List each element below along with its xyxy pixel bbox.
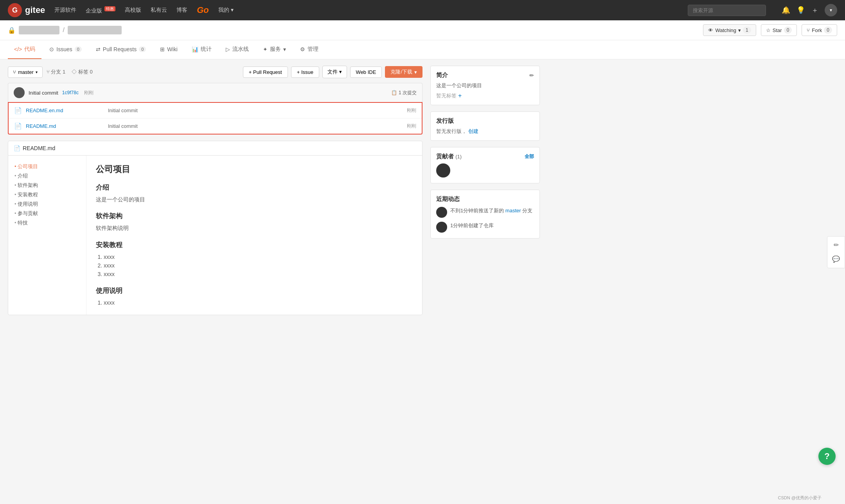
branch-selector[interactable]: ⑂ master ▾ xyxy=(8,66,43,78)
tab-wiki[interactable]: ⊞ Wiki xyxy=(154,41,183,59)
readme-section-intro: 介绍 xyxy=(96,183,413,192)
nav-blog[interactable]: 博客 xyxy=(176,7,187,14)
sidebar-intro: 简介 ✏ 这是一个公司的项目 暂无标签 + xyxy=(430,66,540,105)
tab-pipeline[interactable]: ▷ 流水线 xyxy=(219,40,255,59)
sidebar-release-title: 发行版 xyxy=(436,117,534,125)
file-icon-0: 📄 xyxy=(14,107,22,114)
nav-university[interactable]: 高校版 xyxy=(125,7,141,14)
repo-actions: 👁 Watching ▾ 1 ☆ Star 0 ⑂ Fork 0 xyxy=(703,24,837,36)
file-button[interactable]: 文件 ▾ xyxy=(322,66,347,78)
nav-icons: 🔔 💡 ＋ ▾ xyxy=(782,4,837,16)
pipeline-icon: ▷ xyxy=(226,46,230,52)
nav-enterprise[interactable]: 企业版 特惠 xyxy=(86,6,115,14)
repo-username[interactable] xyxy=(19,26,59,34)
sidebar-contributors: 贡献者 (1) 全部 xyxy=(430,147,540,183)
user-avatar[interactable]: ▾ xyxy=(825,4,837,16)
branch-meta: ⑂ 分支 1 ◇ 标签 0 xyxy=(47,68,93,75)
readme-usage-list: xxxx xyxy=(104,298,413,307)
add-tag-button[interactable]: + xyxy=(458,92,462,99)
commit-message: Initial commit xyxy=(29,90,58,96)
intro-desc: 这是一个公司的项目 xyxy=(436,82,534,89)
contrib-all-link[interactable]: 全部 xyxy=(525,153,534,160)
intro-edit-icon[interactable]: ✏ xyxy=(529,72,534,79)
readme-section-usage: 使用说明 xyxy=(96,286,413,295)
bulb-icon[interactable]: 💡 xyxy=(796,6,805,14)
watch-dropdown: ▾ xyxy=(738,27,741,33)
clone-button[interactable]: 克隆/下载 ▾ xyxy=(385,66,422,78)
commit-time: 刚刚 xyxy=(84,90,93,96)
activity-avatar-0 xyxy=(436,207,447,218)
lock-icon: 🔒 xyxy=(8,27,16,34)
intro-tags: 暂无标签 + xyxy=(436,92,534,99)
nav-mine[interactable]: 我的 ▾ xyxy=(218,7,234,14)
star-button[interactable]: ☆ Star 0 xyxy=(761,24,797,36)
create-release-link[interactable]: 创建 xyxy=(468,128,478,134)
plus-icon[interactable]: ＋ xyxy=(811,5,818,15)
nav-private[interactable]: 私有云 xyxy=(151,7,167,14)
caret-icon: ▾ xyxy=(36,70,38,74)
sidebar-intro-title: 简介 ✏ xyxy=(436,72,534,79)
toc-item-6[interactable]: 特技 xyxy=(14,218,80,228)
toc-item-3[interactable]: 安装教程 xyxy=(14,190,80,199)
issues-badge: 0 xyxy=(75,47,82,52)
repo-header: 🔒 / 👁 Watching ▾ 1 ☆ Star 0 ⑂ Fork 0 xyxy=(0,20,845,40)
toc-item-5[interactable]: 参与贡献 xyxy=(14,209,80,218)
activity-text-1: 1分钟前创建了仓库 xyxy=(450,222,494,230)
sidebar-activity-title: 近期动态 xyxy=(436,196,534,203)
branch-icon: ⑂ xyxy=(13,69,16,75)
sidebar-releases: 发行版 暂无发行版， 创建 xyxy=(430,111,540,141)
toc-item-4[interactable]: 使用说明 xyxy=(14,199,80,209)
fork-icon: ⑂ xyxy=(807,27,810,33)
tab-issues[interactable]: ⊙ Issues 0 xyxy=(43,41,88,59)
main-content: ⑂ master ▾ ⑂ 分支 1 ◇ 标签 0 + Pull Request … xyxy=(0,59,548,321)
logo-icon: G xyxy=(8,3,22,17)
usage-item-0: xxxx xyxy=(104,298,413,307)
activity-item-1: 1分钟前创建了仓库 xyxy=(436,222,534,233)
toc-item-2[interactable]: 软件架构 xyxy=(14,181,80,190)
install-item-1: xxxx xyxy=(104,261,413,270)
toc-item-0[interactable]: 公司项目 xyxy=(14,162,80,171)
tag-icon: ◇ xyxy=(72,69,77,75)
tab-pullrequests[interactable]: ⇄ Pull Requests 0 xyxy=(90,41,153,59)
branch-count[interactable]: ⑂ 分支 1 xyxy=(47,68,65,75)
install-item-0: xxxx xyxy=(104,253,413,261)
tab-code[interactable]: </> 代码 xyxy=(8,40,41,59)
activity-text-0: 不到1分钟前推送了新的 master 分支 xyxy=(450,207,532,215)
tab-stats[interactable]: 📊 统计 xyxy=(185,40,218,59)
create-issue-button[interactable]: + Issue xyxy=(291,66,319,78)
top-navigation: G gitee 开源软件 企业版 特惠 高校版 私有云 博客 Go 我的 ▾ 🔔… xyxy=(0,0,845,20)
file-commit-1: Initial commit xyxy=(108,123,403,129)
release-text: 暂无发行版， 创建 xyxy=(436,128,534,135)
tab-admin[interactable]: ⚙ 管理 xyxy=(294,40,325,59)
file-name-1[interactable]: README.md xyxy=(26,123,104,129)
contributor-avatar-0[interactable] xyxy=(436,163,450,178)
file-icon-1: 📄 xyxy=(14,122,22,130)
side-edit-button[interactable]: ✏ xyxy=(830,239,842,251)
create-pr-button[interactable]: + Pull Request xyxy=(243,66,288,78)
file-row: 📄 README.en.md Initial commit 刚刚 xyxy=(9,103,422,118)
readme-section-arch: 软件架构 xyxy=(96,212,413,221)
nav-go[interactable]: Go xyxy=(197,5,209,15)
star-icon: ☆ xyxy=(766,27,771,33)
nav-opensource[interactable]: 开源软件 xyxy=(54,7,76,14)
commit-hash[interactable]: 1c9f78c xyxy=(62,90,79,95)
fork-button[interactable]: ⑂ Fork 0 xyxy=(802,24,837,36)
services-icon: ✦ xyxy=(263,46,268,52)
side-comment-button[interactable]: 💬 xyxy=(830,253,842,265)
toolbar-right: + Pull Request + Issue 文件 ▾ Web IDE 克隆/下… xyxy=(243,66,422,78)
file-name-0[interactable]: README.en.md xyxy=(26,108,104,113)
tag-count[interactable]: ◇ 标签 0 xyxy=(72,68,92,75)
webide-button[interactable]: Web IDE xyxy=(350,66,382,78)
file-row: 📄 README.md Initial commit 刚刚 xyxy=(9,118,422,134)
repo-name[interactable] xyxy=(68,26,122,34)
pr-icon: ⇄ xyxy=(96,46,101,52)
bell-icon[interactable]: 🔔 xyxy=(782,6,790,14)
watch-button[interactable]: 👁 Watching ▾ 1 xyxy=(703,24,756,36)
search-box xyxy=(688,5,766,16)
logo[interactable]: G gitee xyxy=(8,3,45,17)
star-count: 0 xyxy=(784,27,792,34)
search-input[interactable] xyxy=(688,5,766,16)
tab-services[interactable]: ✦ 服务 ▾ xyxy=(257,40,292,59)
toc-item-1[interactable]: 介绍 xyxy=(14,171,80,181)
commit-author-avatar xyxy=(14,87,25,98)
